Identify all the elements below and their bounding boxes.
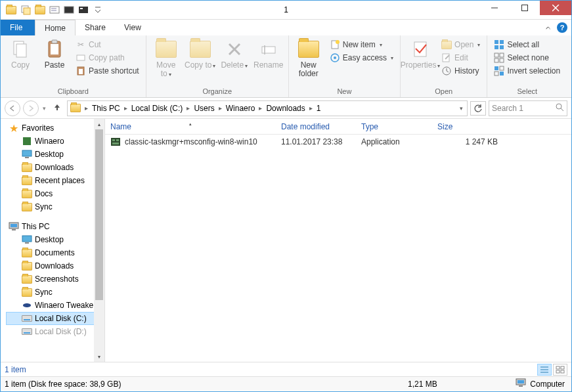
scroll-down-icon[interactable]: ▾ <box>94 351 104 362</box>
folder-icon[interactable] <box>4 3 18 17</box>
group-open: Properties▾ Open▾ Edit History Open <box>401 35 487 97</box>
tab-view[interactable]: View <box>115 20 150 35</box>
open-button[interactable]: Open▾ <box>439 39 483 51</box>
nav-forward-button[interactable] <box>23 100 39 116</box>
close-button[interactable] <box>540 1 571 15</box>
tree-favorites[interactable]: ★Favorites <box>6 121 104 135</box>
breadcrumb-item[interactable]: 1 <box>317 104 321 113</box>
chevron-right-icon[interactable]: ▸ <box>121 104 130 112</box>
file-row[interactable]: classic-taskmgr+msconfig-win8-win10 11.0… <box>105 135 571 149</box>
tree-item[interactable]: Downloads <box>6 259 104 272</box>
svg-rect-53 <box>11 224 17 227</box>
tree-item[interactable]: Recent places <box>6 174 104 187</box>
copy-path-button[interactable]: Copy path <box>73 52 142 64</box>
minimize-ribbon-icon[interactable]: ᨈ <box>546 24 552 32</box>
col-type[interactable]: Type <box>356 122 432 131</box>
copy-to-button[interactable]: Copy to▾ <box>185 37 216 70</box>
tab-file[interactable]: File <box>1 20 35 35</box>
tree-item[interactable]: Winaero <box>6 135 104 148</box>
new-item-button[interactable]: New item▾ <box>327 39 396 51</box>
chevron-right-icon[interactable]: ▸ <box>216 104 225 112</box>
recent-locations-icon[interactable]: ▾ <box>41 105 47 112</box>
chevron-right-icon[interactable]: ▸ <box>256 104 265 112</box>
nav-up-button[interactable] <box>50 102 64 114</box>
rename-button[interactable]: Rename <box>253 37 284 70</box>
breadcrumb-item[interactable]: Winaero <box>226 104 255 113</box>
qat-app-icon-3[interactable] <box>76 3 91 17</box>
breadcrumb-item[interactable]: Downloads <box>266 104 305 113</box>
svg-rect-55 <box>22 236 32 242</box>
chevron-right-icon[interactable]: ▸ <box>307 104 315 112</box>
chevron-right-icon[interactable]: ▸ <box>82 104 91 112</box>
search-icon <box>555 102 564 114</box>
help-icon[interactable]: ? <box>557 22 567 33</box>
tab-share[interactable]: Share <box>76 20 115 35</box>
easy-access-button[interactable]: Easy access▾ <box>327 52 396 64</box>
scroll-up-icon[interactable]: ▴ <box>94 119 104 129</box>
scroll-thumb[interactable] <box>95 129 103 300</box>
paste-button[interactable]: Paste <box>39 37 70 70</box>
tree-item[interactable]: Sync <box>6 200 104 213</box>
copy-button[interactable]: Copy <box>5 37 36 70</box>
folder-icon <box>22 175 32 186</box>
history-button[interactable]: History <box>439 65 483 77</box>
new-folder-button[interactable]: New folder <box>293 37 324 78</box>
details-view-button[interactable] <box>537 364 552 376</box>
search-placeholder: Search 1 <box>492 104 523 113</box>
view-switcher <box>537 364 567 376</box>
tree-item[interactable]: Sync <box>6 286 104 299</box>
properties-button[interactable]: Properties▾ <box>405 37 436 70</box>
svg-rect-69 <box>517 380 524 383</box>
maximize-button[interactable] <box>510 1 540 15</box>
delete-button[interactable]: Delete▾ <box>219 37 250 70</box>
select-none-button[interactable]: Select none <box>491 52 563 64</box>
qat-dropdown-icon[interactable] <box>91 3 105 17</box>
tree-item[interactable]: Desktop <box>6 233 104 246</box>
address-bar[interactable]: ▸ This PC▸ Local Disk (C:)▸ Users▸ Winae… <box>67 100 468 116</box>
tree-item[interactable]: Downloads <box>6 161 104 174</box>
cut-button[interactable]: ✂Cut <box>73 39 142 51</box>
col-size[interactable]: Size <box>432 122 503 131</box>
invert-selection-button[interactable]: Invert selection <box>491 65 563 77</box>
col-date[interactable]: Date modified <box>276 122 356 131</box>
edit-button[interactable]: Edit <box>439 52 483 64</box>
status-computer: Computer <box>516 378 565 389</box>
svg-rect-35 <box>495 40 498 44</box>
new-window-icon[interactable] <box>18 3 33 17</box>
tree-this-pc[interactable]: This PC <box>6 220 104 233</box>
qat-app-icon-2[interactable] <box>62 3 76 17</box>
move-to-button[interactable]: Move to▾ <box>150 37 182 79</box>
svg-rect-65 <box>561 366 564 369</box>
tree-item[interactable]: Local Disk (D:) <box>6 325 104 338</box>
tree-item[interactable]: Desktop <box>6 148 104 161</box>
tab-home[interactable]: Home <box>35 20 76 35</box>
minimize-button[interactable] <box>479 1 510 15</box>
tree-item[interactable]: Screenshots <box>6 272 104 286</box>
col-name[interactable]: Name▴ <box>105 122 276 131</box>
file-name: classic-taskmgr+msconfig-win8-win10 <box>125 137 257 146</box>
scrollbar[interactable]: ▴ ▾ <box>94 119 104 362</box>
app-icon <box>22 300 32 311</box>
qat-app-icon-1[interactable] <box>47 3 62 17</box>
tree-item[interactable]: Docs <box>6 187 104 200</box>
breadcrumb-item[interactable]: Users <box>194 104 214 113</box>
tree-item[interactable]: Winaero Tweaker <box>6 299 104 312</box>
paste-shortcut-button[interactable]: Paste shortcut <box>73 65 142 77</box>
chevron-right-icon[interactable]: ▸ <box>184 104 192 112</box>
search-input[interactable]: Search 1 <box>489 100 567 116</box>
tree-item[interactable]: Documents <box>6 246 104 259</box>
select-all-button[interactable]: Select all <box>491 39 563 51</box>
svg-point-26 <box>336 40 340 44</box>
file-list: Name▴ Date modified Type Size classic-ta… <box>105 119 571 362</box>
disk-icon <box>22 313 32 324</box>
address-dropdown-icon[interactable]: ▾ <box>457 105 466 112</box>
title-bar: 1 <box>1 1 571 20</box>
nav-back-button[interactable] <box>5 100 20 116</box>
breadcrumb-item[interactable]: This PC <box>92 104 120 113</box>
refresh-button[interactable] <box>470 101 486 116</box>
tree-item-selected[interactable]: Local Disk (C:) <box>6 312 104 325</box>
icons-view-button[interactable] <box>553 364 567 376</box>
svg-rect-51 <box>25 157 29 158</box>
breadcrumb-item[interactable]: Local Disk (C:) <box>131 104 183 113</box>
folder-icon[interactable] <box>33 3 47 17</box>
